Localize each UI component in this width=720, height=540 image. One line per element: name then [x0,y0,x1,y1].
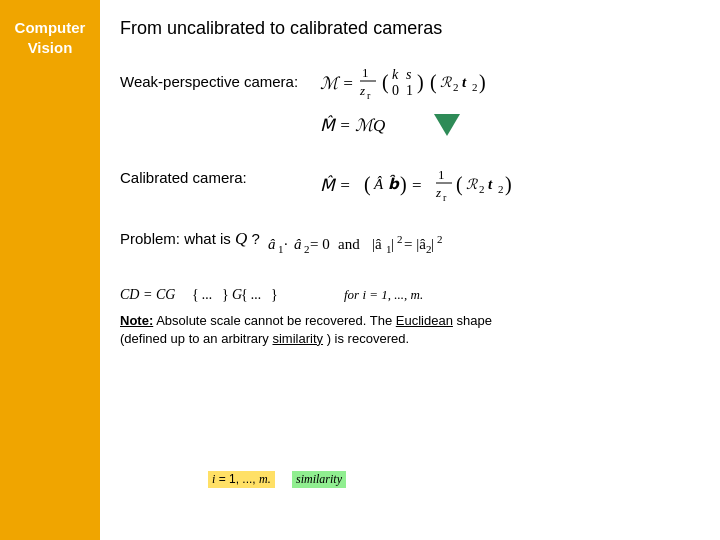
problem-label: Problem: what is Q ? [120,229,260,249]
svg-text:= |â: = |â [404,236,426,252]
svg-text:r: r [367,90,371,101]
svg-text:1: 1 [438,167,445,182]
note-text: Note: Absolute scale cannot be recovered… [120,311,696,331]
weak-perspective-formula-1: ℳ = 1 z r ( k s 0 1 ) ( ℛ 2 [320,61,550,105]
svg-text:2: 2 [498,183,504,195]
problem-formula: â 1 · â 2 = 0 and |â 1 | 2 = |â 2 | 2 [268,227,498,257]
weak-perspective-section: Weak-perspective camera: ℳ = 1 z r ( k s… [120,61,696,139]
svg-text:ℳ =: ℳ = [320,74,354,93]
svg-text:(: ( [382,71,389,94]
note-euclidean: Euclidean [396,313,453,328]
svg-text:CD = CG: CD = CG [120,287,175,302]
bottom-formula-right: for i = 1, ..., m. [344,277,564,307]
svg-text:): ) [417,71,424,94]
problem-var: Q [235,229,247,248]
problem-section: Problem: what is Q ? â 1 · â 2 = 0 and |… [120,227,696,257]
highlight-yellow-box: i = 1, ..., m. [208,471,275,488]
svg-text:·: · [284,236,288,252]
svg-text:z: z [435,185,441,200]
note-content-2: shape [457,313,492,328]
calibrated-section: Calibrated camera: M̂ = ( Â b̂ ) = 1 z [120,159,696,207]
svg-text:|: | [431,236,434,252]
svg-text:1: 1 [278,243,284,255]
svg-text:0: 0 [392,83,399,98]
svg-text:for i = 1, ..., m.: for i = 1, ..., m. [344,287,423,302]
svg-text:2: 2 [397,233,403,245]
svg-text:1: 1 [362,65,369,80]
svg-text:...: ... [251,287,262,302]
svg-text:=: = [412,176,422,195]
svg-text:b̂: b̂ [388,174,400,192]
svg-text:= 0: = 0 [310,236,330,252]
svg-text:): ) [400,173,407,196]
svg-text:s: s [406,67,412,82]
svg-text:|: | [391,236,394,252]
page-title: From uncalibrated to calibrated cameras [120,18,696,39]
calibrated-formula: M̂ = ( Â b̂ ) = 1 z r ( ℛ 2 t [320,163,580,207]
svg-text:â: â [294,236,302,252]
svg-text:1: 1 [406,83,413,98]
arrow-down-icon [434,114,460,136]
svg-text:{: { [192,287,199,302]
highlight-green-box: similarity [292,471,346,488]
note-content-1: Absolute scale cannot be recovered. The [156,313,396,328]
svg-text:2: 2 [472,81,478,93]
svg-text:(: ( [430,71,437,94]
svg-text:and: and [338,236,360,252]
svg-text:M̂ =: M̂ = [320,175,351,195]
svg-text:z: z [359,83,365,98]
svg-text:2: 2 [479,183,485,195]
svg-text:2: 2 [437,233,443,245]
main-content: From uncalibrated to calibrated cameras … [100,0,720,540]
note-area: CD = CG { ... } G { ... } for i = 1, ...… [120,277,696,346]
note-label: Note: [120,313,153,328]
svg-text:r: r [443,192,447,203]
svg-text:ℛ: ℛ [440,75,452,90]
svg-text:(: ( [456,173,463,196]
svg-text:): ) [479,71,486,94]
weak-perspective-label: Weak-perspective camera: [120,73,300,90]
svg-text:(: ( [364,173,371,196]
weak-perspective-formula-2: M̂ = ℳQ [320,111,420,139]
note-content-4: ) is recovered. [327,331,409,346]
note-similarity: similarity [272,331,323,346]
note-text-line2: (defined up to an arbitrary similarity )… [120,331,696,346]
svg-text:2: 2 [304,243,310,255]
svg-text:{: { [241,287,248,302]
svg-text:k: k [392,67,399,82]
svg-text:t: t [462,74,467,90]
svg-text:M̂ = ℳQ: M̂ = ℳQ [320,115,385,135]
svg-text:): ) [505,173,512,196]
svg-text:â: â [268,236,276,252]
sidebar: ComputerVision [0,0,100,540]
svg-text:...: ... [202,287,213,302]
svg-text:ℛ: ℛ [466,177,478,192]
svg-text:|â: |â [372,236,382,252]
bottom-formula-left: CD = CG { ... } G { ... } [120,277,340,307]
svg-text:}: } [271,287,278,302]
sidebar-title: ComputerVision [15,18,86,57]
svg-text:2: 2 [453,81,459,93]
svg-text:t: t [488,176,493,192]
note-content-3: (defined up to an arbitrary [120,331,272,346]
svg-text:Â: Â [373,176,384,192]
calibrated-label: Calibrated camera: [120,169,300,186]
svg-text:}: } [222,287,229,302]
